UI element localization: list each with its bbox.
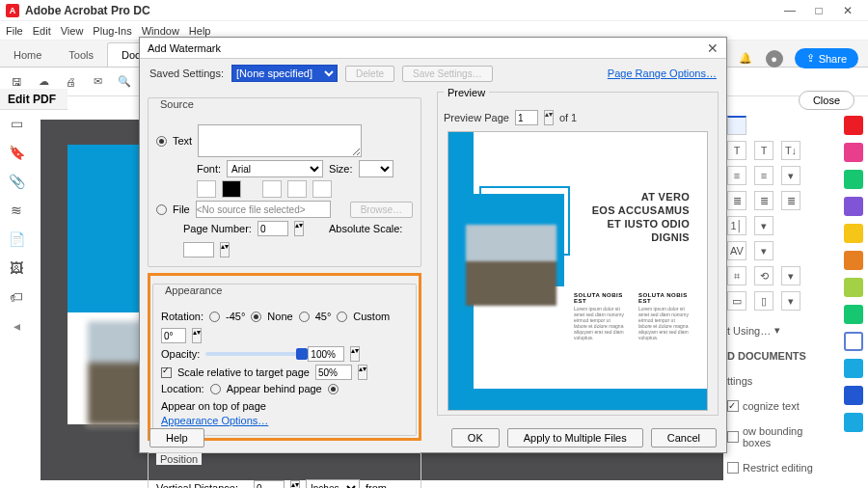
- source-file-radio[interactable]: [156, 204, 167, 215]
- page-thumbnails-icon[interactable]: ▭: [11, 116, 23, 131]
- replace-image-icon[interactable]: ▾: [781, 291, 800, 311]
- rotation-45-radio[interactable]: [299, 312, 310, 322]
- saved-settings-select[interactable]: [None specified]: [231, 65, 338, 82]
- close-panel-button[interactable]: Close: [799, 91, 854, 110]
- page-range-options-link[interactable]: Page Range Options…: [608, 68, 717, 79]
- menu-window[interactable]: Window: [142, 25, 179, 37]
- browse-button[interactable]: Browse…: [350, 202, 413, 218]
- print-icon[interactable]: 🖨: [62, 73, 79, 91]
- signatures-icon[interactable]: 📄: [9, 231, 25, 247]
- kerning-icon[interactable]: AV: [727, 241, 746, 260]
- list-options-icon[interactable]: ▾: [781, 166, 800, 185]
- close-window-button[interactable]: ✕: [833, 4, 862, 17]
- align-left-icon[interactable]: T: [727, 141, 746, 160]
- opacity-field[interactable]: [308, 346, 344, 362]
- tags-icon[interactable]: 🏷: [10, 289, 23, 305]
- recognize-text-check[interactable]: cognize text: [727, 400, 833, 412]
- bounding-boxes-check[interactable]: ow bounding boxes: [727, 425, 833, 448]
- page-number-spinner[interactable]: ▴▾: [294, 221, 304, 236]
- share-button[interactable]: ⇪ Share: [795, 48, 858, 68]
- collapse-left-rail[interactable]: ◂: [14, 318, 20, 334]
- tool-edit-pdf[interactable]: [844, 143, 863, 162]
- restrict-editing-check[interactable]: Restrict editing: [727, 462, 833, 474]
- para-align-center-icon[interactable]: ≣: [754, 191, 773, 210]
- rotation-none-radio[interactable]: [251, 312, 261, 322]
- tool-more-1[interactable]: [844, 359, 863, 378]
- tool-comment[interactable]: [844, 197, 863, 216]
- vdist-field[interactable]: [254, 480, 285, 488]
- font-select[interactable]: Arial: [227, 160, 323, 177]
- bell-icon[interactable]: 🔔: [737, 50, 754, 68]
- rotation-spinner[interactable]: ▴▾: [192, 328, 202, 343]
- location-behind-radio[interactable]: [210, 384, 221, 394]
- tool-more-3[interactable]: [844, 413, 863, 432]
- para-align-left-icon[interactable]: ≣: [727, 191, 746, 210]
- align-right-icon[interactable]: T↓: [781, 141, 800, 160]
- tool-protect[interactable]: [844, 305, 863, 324]
- source-text-radio[interactable]: [156, 136, 167, 147]
- ok-button[interactable]: OK: [451, 428, 500, 447]
- rotation-neg45-radio[interactable]: [209, 312, 220, 322]
- align-center-icon[interactable]: T: [754, 141, 773, 160]
- spacing-dropdown-icon[interactable]: ▾: [754, 216, 773, 235]
- menu-edit[interactable]: Edit: [33, 25, 51, 37]
- search-icon[interactable]: 🔍: [116, 73, 133, 91]
- underline-button[interactable]: [197, 180, 216, 198]
- align-left-button[interactable]: [262, 180, 282, 198]
- page-number-field[interactable]: [258, 221, 288, 236]
- bookmarks-icon[interactable]: 🔖: [9, 145, 25, 160]
- flip-h-icon[interactable]: ▭: [727, 291, 746, 311]
- cloud-icon[interactable]: ☁: [35, 73, 52, 91]
- maximize-button[interactable]: □: [804, 4, 833, 17]
- preview-page-spinner[interactable]: ▴▾: [544, 110, 554, 125]
- save-icon[interactable]: 🖫: [8, 73, 25, 91]
- format-using-dropdown[interactable]: t Using… ▾: [727, 324, 833, 337]
- text-color-button[interactable]: [222, 180, 241, 198]
- scale-spinner[interactable]: ▴▾: [358, 365, 367, 380]
- apply-multiple-button[interactable]: Apply to Multiple Files: [507, 428, 643, 447]
- align-right-button[interactable]: [312, 180, 332, 198]
- close-dialog-button[interactable]: ✕: [707, 41, 719, 56]
- tool-more-2[interactable]: [844, 386, 863, 405]
- spacing-icon[interactable]: 1│: [727, 216, 746, 235]
- flip-v-icon[interactable]: ▯: [754, 291, 773, 311]
- menu-help[interactable]: Help: [189, 25, 211, 37]
- opacity-spinner[interactable]: ▴▾: [350, 346, 360, 362]
- scale-relative-check[interactable]: [161, 367, 172, 378]
- para-align-right-icon[interactable]: ≣: [781, 191, 800, 210]
- kerning-dropdown-icon[interactable]: ▾: [754, 241, 773, 260]
- vdist-unit-select[interactable]: Inches: [306, 479, 360, 488]
- align-center-button[interactable]: [287, 180, 307, 198]
- location-top-radio[interactable]: [328, 384, 339, 394]
- menu-view[interactable]: View: [61, 25, 84, 37]
- tool-organize[interactable]: [844, 224, 863, 243]
- list-bullet-icon[interactable]: ≡: [727, 166, 746, 185]
- menu-plugins[interactable]: Plug-Ins: [93, 25, 131, 37]
- user-avatar[interactable]: ●: [766, 50, 783, 68]
- more-format-icon[interactable]: ▾: [781, 266, 800, 285]
- watermark-text-input[interactable]: [198, 124, 362, 157]
- preview-page-field[interactable]: [515, 110, 538, 125]
- delete-button[interactable]: Delete: [345, 66, 394, 82]
- save-settings-button[interactable]: Save Settings…: [402, 66, 493, 82]
- tool-fill-sign[interactable]: [844, 278, 863, 297]
- mail-icon[interactable]: ✉: [89, 73, 106, 91]
- tool-shield[interactable]: [844, 332, 863, 351]
- tab-tools[interactable]: Tools: [55, 43, 107, 67]
- rotation-custom-radio[interactable]: [337, 312, 347, 322]
- rotate-icon[interactable]: ⟲: [754, 266, 773, 285]
- tool-export-pdf[interactable]: [844, 170, 863, 189]
- tab-home[interactable]: Home: [0, 43, 55, 67]
- crop-icon[interactable]: ⌗: [727, 266, 746, 285]
- minimize-button[interactable]: —: [775, 4, 804, 17]
- rotation-custom-field[interactable]: [161, 328, 186, 343]
- tool-create-pdf[interactable]: [844, 116, 863, 135]
- opacity-slider[interactable]: [205, 352, 302, 356]
- layers-icon[interactable]: ≋: [11, 203, 22, 218]
- abs-scale-spinner[interactable]: ▴▾: [220, 242, 230, 258]
- vdist-spinner[interactable]: ▴▾: [290, 480, 300, 488]
- attachments-icon[interactable]: 📎: [9, 174, 25, 189]
- images-icon[interactable]: 🖼: [10, 260, 23, 276]
- size-select[interactable]: [359, 160, 393, 177]
- scale-relative-field[interactable]: [315, 365, 352, 380]
